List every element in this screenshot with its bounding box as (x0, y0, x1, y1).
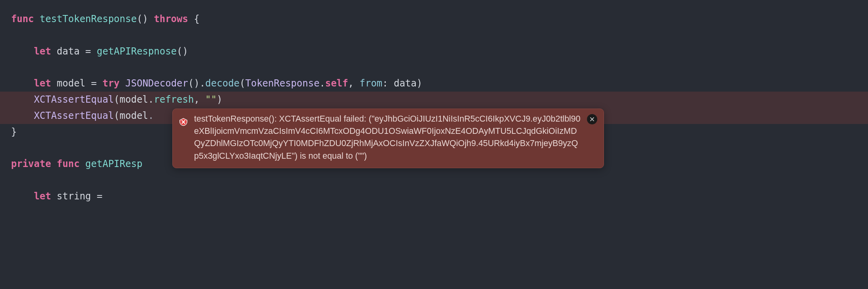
function-call: getAPIRespnose (97, 46, 177, 57)
brace: { (188, 13, 200, 24)
space (79, 158, 85, 169)
keyword-throws: throws (154, 13, 188, 24)
paren-close: ) (417, 78, 422, 89)
assert-function: XCTAssertEqual (34, 110, 114, 121)
dot: . (148, 94, 154, 105)
indent (11, 191, 34, 202)
error-message: testTokenResponse(): XCTAssertEqual fail… (194, 113, 581, 162)
keyword-func: func (57, 158, 80, 169)
space (91, 46, 96, 57)
parens: () (177, 46, 188, 57)
keyword-let: let (34, 191, 51, 202)
brace: } (11, 126, 17, 137)
method: decode (205, 78, 240, 89)
variable: data (51, 46, 85, 57)
type: JSONDecoder (125, 78, 188, 89)
space (51, 158, 57, 169)
parens: () (137, 13, 148, 24)
space (120, 78, 125, 89)
colon: : (382, 78, 394, 89)
string-literal: "" (205, 94, 217, 105)
paren-open: ( (114, 110, 119, 121)
error-tooltip: testTokenResponse(): XCTAssertEqual fail… (172, 109, 604, 168)
variable: model (51, 78, 91, 89)
keyword-func: func (11, 13, 34, 24)
property: refresh (154, 94, 194, 105)
paren-open: ( (240, 78, 245, 89)
keyword-private: private (11, 158, 51, 169)
space (97, 78, 102, 89)
argument: data (394, 78, 417, 89)
keyword-try: try (102, 78, 119, 89)
code-line-1[interactable]: func testTokenResponse() throws { (0, 11, 868, 27)
assert-function: XCTAssertEqual (34, 94, 114, 105)
code-line-3[interactable]: let data = getAPIRespnose() (0, 43, 868, 60)
parens: () (188, 78, 200, 89)
code-line-2[interactable] (0, 27, 868, 43)
keyword-let: let (34, 46, 51, 57)
equals: = (91, 78, 96, 89)
code-line-5[interactable]: let model = try JSONDecoder().decode(Tok… (0, 75, 868, 92)
code-line-12[interactable]: let string = (0, 188, 868, 205)
dot: . (319, 78, 325, 89)
code-line-4[interactable] (0, 59, 868, 75)
function-name: getAPIResp (85, 158, 143, 169)
argument: model (120, 94, 148, 105)
comma: , (194, 94, 205, 105)
argument: model (120, 110, 148, 121)
close-button[interactable] (587, 114, 597, 124)
indent (11, 110, 34, 121)
indent (11, 46, 34, 57)
function-name: testTokenResponse (40, 13, 137, 24)
type: TokenResponse (245, 78, 320, 89)
equals: = (97, 191, 102, 202)
code-line-11[interactable] (0, 172, 868, 188)
indent (11, 94, 34, 105)
code-line-6[interactable]: XCTAssertEqual(model.refresh, "") (0, 92, 868, 108)
param-label: from (360, 78, 383, 89)
indent (11, 78, 34, 89)
close-icon (589, 116, 595, 122)
paren-close: ) (217, 94, 222, 105)
variable: string (51, 191, 97, 202)
error-icon (179, 115, 188, 124)
keyword-let: let (34, 78, 51, 89)
paren-open: ( (114, 94, 119, 105)
keyword-self: self (325, 78, 348, 89)
comma: , (348, 78, 360, 89)
partial-dot: . (148, 110, 154, 121)
equals: = (85, 46, 91, 57)
dot: . (200, 78, 205, 89)
